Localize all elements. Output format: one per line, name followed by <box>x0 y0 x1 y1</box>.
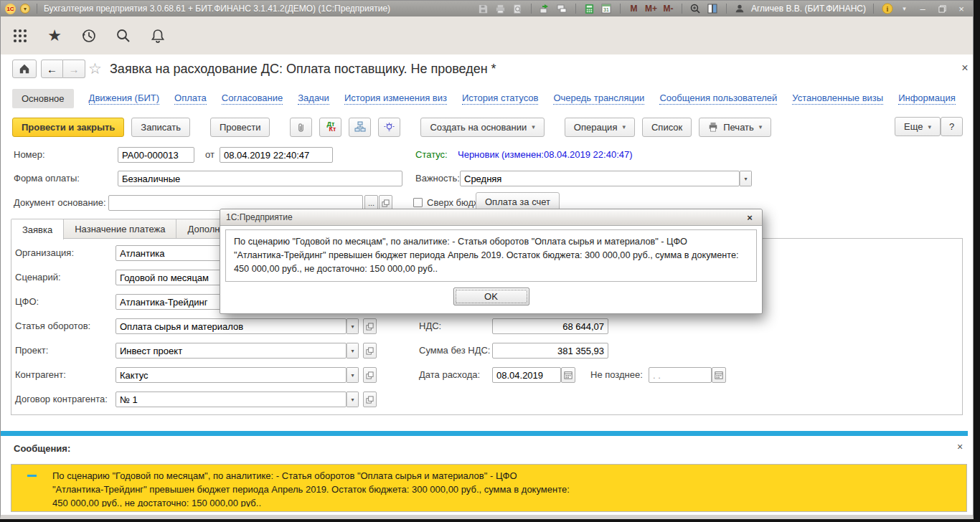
add-link-icon[interactable] <box>539 3 551 15</box>
contractor-input[interactable] <box>116 367 347 383</box>
status-value[interactable]: Черновик (изменен:08.04.2019 22:40:47) <box>458 149 633 160</box>
back-button[interactable]: ← <box>41 60 63 78</box>
not-later-input[interactable] <box>649 367 712 383</box>
memory-m-minus-button[interactable]: М- <box>662 3 674 15</box>
tab-naznachenie-platezha[interactable]: Назначение платежа <box>63 219 176 239</box>
contract-input[interactable] <box>116 392 347 407</box>
contractor-dropdown-button[interactable]: ▾ <box>347 367 359 383</box>
write-button[interactable]: Записать <box>131 118 190 137</box>
more-button[interactable]: Еще▾ <box>895 117 941 136</box>
forward-button[interactable]: → <box>63 60 85 78</box>
document-structure-button[interactable] <box>349 118 371 137</box>
contract-open-button[interactable] <box>363 392 377 407</box>
close-window-button[interactable]: × <box>954 3 969 14</box>
hints-button[interactable] <box>378 118 400 137</box>
attachments-button[interactable] <box>290 118 312 137</box>
search-icon[interactable] <box>114 27 133 45</box>
tab-istoriya-statusov[interactable]: История статусов <box>462 92 539 105</box>
document-datetime-input[interactable] <box>220 147 333 163</box>
open-icon <box>366 347 374 355</box>
dt-kt-postings-button[interactable]: ДтКт <box>319 118 341 137</box>
expense-date-calendar-button[interactable] <box>561 367 575 383</box>
payment-form-input[interactable] <box>118 171 402 186</box>
tab-istoriya-izmeneniya-viz[interactable]: История изменения виз <box>344 92 447 105</box>
create-on-base-button[interactable]: Создать на основании▾ <box>420 118 544 137</box>
print-preview-icon[interactable] <box>512 3 524 15</box>
ok-button[interactable]: OK <box>453 288 529 305</box>
dialog-close-icon[interactable]: × <box>743 211 756 224</box>
open-icon <box>366 396 374 404</box>
titlebar-menu-button[interactable]: ▾ <box>20 4 30 14</box>
sum-without-vat-input[interactable] <box>492 343 608 359</box>
importance-dropdown-button[interactable]: ▾ <box>740 171 752 186</box>
save-icon[interactable] <box>477 3 489 15</box>
turnover-item-input[interactable] <box>116 318 347 334</box>
tab-ochered-translyacii[interactable]: Очередь трансляции <box>553 92 644 105</box>
project-open-button[interactable] <box>363 343 377 359</box>
vat-input[interactable] <box>492 318 608 334</box>
contract-label: Договор контрагента: <box>15 394 108 404</box>
home-button[interactable] <box>12 60 37 78</box>
contract-dropdown-button[interactable]: ▾ <box>347 392 359 407</box>
post-button[interactable]: Провести <box>210 118 270 137</box>
turnover-item-dropdown-button[interactable]: ▾ <box>347 318 359 334</box>
list-button[interactable]: Список <box>642 118 692 137</box>
over-budget-checkbox[interactable] <box>413 198 423 207</box>
favorites-icon[interactable]: ★ <box>45 27 64 45</box>
tab-dvizheniya-bit[interactable]: Движения (БИТ) <box>89 92 159 105</box>
app-logo-icon: 1С <box>5 4 16 14</box>
help-button[interactable]: ? <box>941 117 963 136</box>
open-icon <box>366 371 374 379</box>
number-input[interactable] <box>118 147 194 163</box>
contractor-open-button[interactable] <box>363 367 377 383</box>
sum-without-vat-label: Сумма без НДС: <box>419 345 490 356</box>
tab-ustanovlennye-vizy[interactable]: Установленные визы <box>792 92 883 105</box>
not-later-calendar-button[interactable] <box>712 367 726 383</box>
operation-button[interactable]: Операция▾ <box>565 118 635 137</box>
minimize-button[interactable]: – <box>915 3 930 14</box>
scenario-label: Сценарий: <box>15 272 61 283</box>
menu-grid-icon[interactable] <box>11 27 29 45</box>
paperclip-icon <box>296 122 306 133</box>
payment-form-label: Форма оплаты: <box>14 173 80 184</box>
calendar-icon <box>715 371 723 379</box>
tab-osnovnoe[interactable]: Основное <box>12 89 74 108</box>
expense-date-input[interactable] <box>492 367 561 383</box>
post-and-close-button[interactable]: Провести и закрыть <box>12 118 124 137</box>
message-item[interactable]: По сценарию "Годовой по месяцам", по ана… <box>11 464 967 512</box>
info-icon[interactable]: i <box>881 3 893 15</box>
tab-oplata[interactable]: Оплата <box>174 92 207 105</box>
notifications-bell-icon[interactable] <box>149 27 167 45</box>
tab-zayavka[interactable]: Заявка <box>11 219 64 239</box>
tab-zadachi[interactable]: Задачи <box>298 92 329 105</box>
project-dropdown-button[interactable]: ▾ <box>347 343 359 359</box>
print-button[interactable]: Печать▾ <box>699 118 771 137</box>
zoom-icon[interactable] <box>689 3 702 15</box>
close-document-icon[interactable]: × <box>958 61 972 75</box>
chevron-down-icon[interactable]: ▾ <box>898 3 910 15</box>
split-window-icon[interactable] <box>707 3 719 15</box>
turnover-item-open-button[interactable] <box>363 318 377 334</box>
separator <box>531 4 532 14</box>
get-link-icon[interactable] <box>556 3 568 15</box>
open-icon <box>382 199 390 207</box>
memory-m-button[interactable]: М <box>628 3 640 15</box>
current-user[interactable]: Агличев В.В. (БИТ.ФИНАНС) <box>751 4 866 14</box>
print-icon[interactable] <box>494 3 507 15</box>
calculator-icon[interactable] <box>583 3 595 15</box>
favorite-star-icon[interactable]: ☆ <box>88 60 102 77</box>
history-icon[interactable] <box>80 27 98 45</box>
messages-panel-divider[interactable] <box>1 431 968 436</box>
messages-close-icon[interactable]: × <box>953 440 966 453</box>
calendar-icon[interactable]: 31 <box>600 3 613 15</box>
importance-select[interactable] <box>460 171 740 186</box>
tab-soobshcheniya-polzovatelei[interactable]: Сообщения пользователей <box>659 92 777 105</box>
restore-button[interactable] <box>935 3 949 14</box>
project-input[interactable] <box>116 343 347 359</box>
window-title: Бухгалтерия предприятия 3.0.68.61 + БИТ.… <box>44 4 390 14</box>
separator <box>37 4 37 14</box>
tab-informaciya[interactable]: Информация <box>898 92 956 105</box>
memory-m-plus-button[interactable]: М+ <box>645 3 657 15</box>
tab-soglasovanie[interactable]: Согласование <box>222 92 283 105</box>
separator <box>726 4 727 14</box>
